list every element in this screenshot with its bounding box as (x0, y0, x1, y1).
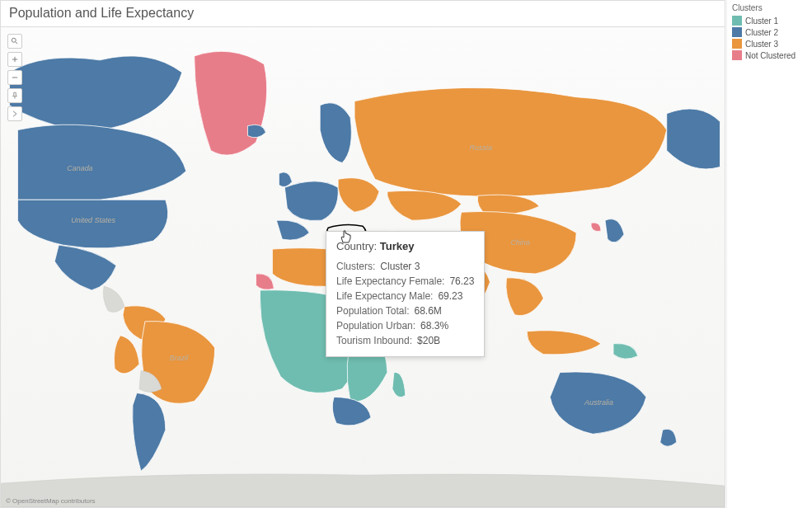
region-mauritania[interactable] (256, 274, 274, 289)
tooltip-key: Population Total: (336, 303, 410, 318)
plus-icon (11, 55, 19, 64)
region-central-america[interactable] (103, 286, 124, 313)
region-greenland[interactable] (195, 51, 267, 155)
legend-swatch (732, 39, 742, 49)
search-icon (11, 37, 19, 45)
svg-point-0 (12, 38, 16, 42)
legend-swatch (732, 50, 742, 60)
label-brazil: Brazil (170, 354, 189, 362)
page-title: Population and Life Expectancy (1, 1, 725, 27)
tooltip-row: Clusters:Cluster 3 (336, 259, 474, 274)
label-us: United States (71, 216, 115, 224)
tooltip-title: Country: Turkey (336, 240, 474, 252)
tooltip-row: Life Expectancy Male:69.23 (336, 289, 474, 303)
tooltip-country-value: Turkey (380, 240, 415, 252)
legend-title: Clusters (732, 3, 807, 12)
chevron-right-icon (11, 110, 19, 118)
region-indonesia[interactable] (527, 331, 601, 355)
region-peru[interactable] (114, 336, 139, 374)
minus-icon (11, 73, 19, 82)
region-alaska[interactable] (667, 109, 720, 169)
region-png[interactable] (613, 343, 638, 359)
legend-item[interactable]: Cluster 2 (732, 27, 807, 37)
region-uk[interactable] (279, 172, 292, 187)
tooltip-value: 76.23 (449, 274, 474, 289)
tooltip-key: Tourism Inbound: (336, 333, 412, 348)
region-antarctica (2, 474, 725, 507)
tooltip-value: 68.3% (420, 318, 448, 333)
tooltip-key: Population Urban: (336, 318, 415, 333)
region-south-europe[interactable] (276, 220, 309, 240)
legend-panel: Clusters Cluster 1Cluster 2Cluster 3Not … (726, 0, 812, 508)
tooltip-key: Life Expectancy Male: (336, 289, 433, 303)
tooltip-value: Cluster 3 (380, 259, 420, 274)
svg-line-1 (16, 42, 18, 45)
label-australia: Australia (584, 398, 613, 407)
legend-item[interactable]: Cluster 1 (732, 16, 807, 26)
legend-label: Cluster 3 (745, 40, 778, 49)
region-mexico[interactable] (54, 245, 116, 290)
hover-tooltip: Country: Turkey Clusters:Cluster 3Life E… (326, 231, 485, 357)
region-russia[interactable] (354, 87, 667, 196)
legend-item[interactable]: Not Clustered (732, 50, 807, 60)
tooltip-value: 68.6M (415, 303, 442, 318)
map-panel: Population and Life Expectancy (0, 0, 725, 508)
tooltip-row: Life Expectancy Female:76.23 (336, 274, 474, 289)
map-attribution: © OpenStreetMap contributors (6, 497, 96, 505)
legend-swatch (732, 27, 742, 37)
tooltip-row: Population Urban:68.3% (336, 318, 474, 333)
label-russia: Russia (470, 143, 492, 152)
map-canvas[interactable]: Canada United States Brazil Russia China… (1, 27, 725, 507)
region-south-africa[interactable] (332, 397, 371, 426)
map-controls (7, 34, 22, 121)
region-canada[interactable] (17, 125, 185, 200)
region-nz[interactable] (660, 429, 677, 446)
legend-swatch (732, 16, 742, 26)
region-japan[interactable] (605, 219, 624, 242)
region-east-europe[interactable] (338, 178, 379, 213)
legend-label: Not Clustered (745, 51, 796, 60)
region-west-europe[interactable] (284, 181, 338, 221)
region-iceland[interactable] (247, 125, 265, 138)
zoom-in-button[interactable] (7, 52, 22, 67)
region-north-korea[interactable] (591, 223, 601, 232)
legend-item[interactable]: Cluster 3 (732, 39, 807, 49)
search-button[interactable] (7, 34, 22, 49)
pointer-cursor-icon (339, 229, 354, 249)
region-arctic-canada[interactable] (9, 56, 181, 131)
zoom-out-button[interactable] (7, 70, 22, 85)
region-madagascar[interactable] (392, 372, 406, 397)
tooltip-key: Clusters: (336, 259, 375, 274)
pin-button[interactable] (7, 88, 22, 103)
region-argentina[interactable] (133, 393, 166, 471)
legend-label: Cluster 1 (745, 16, 778, 26)
region-scandinavia[interactable] (320, 103, 351, 163)
pin-icon (11, 92, 19, 100)
tooltip-row: Population Total:68.6M (336, 303, 474, 318)
legend-label: Cluster 2 (745, 28, 778, 37)
label-china: China (510, 238, 529, 247)
region-kazakhstan[interactable] (387, 190, 462, 220)
expand-button[interactable] (7, 106, 22, 121)
tooltip-value: $20B (417, 333, 440, 348)
tooltip-key: Life Expectancy Female: (336, 274, 444, 289)
label-canada: Canada (67, 164, 92, 172)
tooltip-row: Tourism Inbound:$20B (336, 333, 474, 348)
region-se-asia[interactable] (506, 278, 543, 316)
tooltip-value: 69.23 (438, 289, 462, 303)
